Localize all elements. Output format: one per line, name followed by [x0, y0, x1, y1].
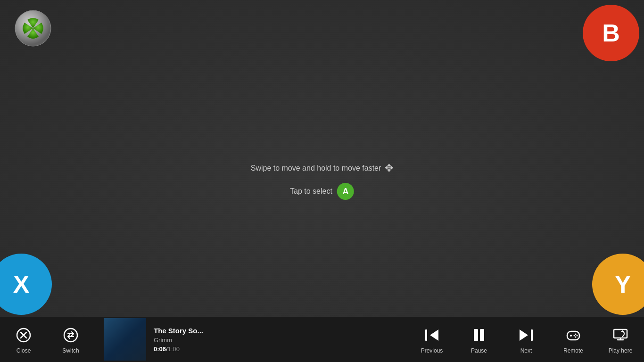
switch-icon	[60, 325, 81, 346]
center-instructions: Swipe to move and hold to move faster ✥ …	[251, 162, 394, 200]
svg-rect-10	[128, 333, 135, 336]
switch-button[interactable]: Switch	[47, 317, 94, 362]
play-here-label: Play here	[609, 347, 633, 354]
pause-button[interactable]: Pause	[455, 317, 503, 362]
tap-hint-text: Tap to select	[290, 187, 332, 196]
svg-point-23	[577, 335, 578, 337]
a-button-inline[interactable]: A	[337, 183, 354, 200]
previous-button[interactable]: Previous	[408, 317, 455, 362]
svg-rect-16	[531, 329, 533, 341]
pause-icon	[469, 325, 489, 346]
pause-label: Pause	[471, 347, 487, 354]
svg-point-4	[64, 329, 77, 342]
next-button[interactable]: Next	[503, 317, 550, 362]
svg-point-21	[575, 337, 577, 338]
playback-controls: Previous Pause Next	[408, 317, 644, 362]
svg-marker-13	[430, 329, 438, 341]
xbox-logo[interactable]	[14, 9, 52, 47]
track-show: Grimm	[154, 337, 203, 344]
svg-rect-12	[425, 329, 427, 341]
track-time: 0:06/1:00	[154, 346, 203, 353]
move-icon: ✥	[385, 162, 393, 174]
left-controls: Close Switch	[0, 317, 94, 362]
next-label: Next	[520, 347, 532, 354]
tap-hint: Tap to select A	[251, 183, 394, 200]
track-title: The Story So...	[154, 327, 203, 335]
svg-marker-17	[520, 329, 528, 341]
y-button[interactable]: Y	[592, 254, 644, 315]
svg-point-8	[121, 326, 129, 334]
track-time-total: 1:00	[168, 346, 180, 353]
switch-label: Switch	[62, 347, 79, 354]
album-art: GRIMM	[104, 318, 146, 361]
svg-rect-5	[104, 318, 146, 361]
svg-rect-24	[614, 329, 627, 338]
close-icon	[13, 325, 34, 346]
svg-rect-15	[480, 329, 484, 341]
b-button[interactable]: B	[583, 5, 639, 61]
swipe-hint: Swipe to move and hold to move faster ✥	[251, 162, 394, 174]
remote-icon	[563, 325, 584, 346]
previous-icon	[421, 325, 442, 346]
next-icon	[516, 325, 537, 346]
remote-label: Remote	[563, 347, 583, 354]
svg-point-20	[575, 334, 577, 335]
close-label: Close	[17, 347, 31, 354]
svg-point-22	[574, 335, 575, 337]
bottom-bar: Close Switch	[0, 317, 644, 362]
svg-point-19	[570, 335, 572, 337]
remote-button[interactable]: Remote	[550, 317, 597, 362]
svg-text:GRIMM: GRIMM	[116, 354, 134, 358]
svg-rect-7	[122, 332, 128, 346]
track-info: The Story So... Grimm 0:06/1:00	[146, 327, 203, 353]
play-here-icon	[610, 325, 631, 346]
close-button[interactable]: Close	[0, 317, 47, 362]
track-time-current: 0:06	[154, 346, 166, 353]
swipe-hint-text: Swipe to move and hold to move faster	[251, 164, 381, 173]
svg-point-6	[104, 344, 146, 361]
previous-label: Previous	[421, 347, 443, 354]
play-here-button[interactable]: Play here	[597, 317, 644, 362]
now-playing: GRIMM The Story So... Grimm 0:06/1:00	[94, 318, 408, 361]
x-button[interactable]: X	[0, 254, 52, 315]
svg-rect-14	[474, 329, 478, 341]
svg-rect-9	[116, 333, 122, 336]
